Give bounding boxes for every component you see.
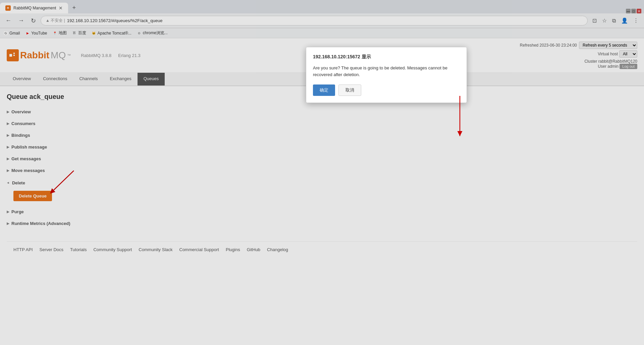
- dialog-overlay: [0, 0, 644, 273]
- dialog-cancel-button[interactable]: 取消: [338, 84, 361, 96]
- dialog-message: Are you sure? The queue is going to be d…: [313, 65, 460, 78]
- dialog-title: 192.168.10.120:15672 显示: [313, 54, 460, 60]
- dialog-confirm-button[interactable]: 确定: [313, 84, 335, 96]
- dialog-buttons: 确定 取消: [313, 84, 460, 96]
- confirm-dialog: 192.168.10.120:15672 显示 Are you sure? Th…: [306, 47, 467, 103]
